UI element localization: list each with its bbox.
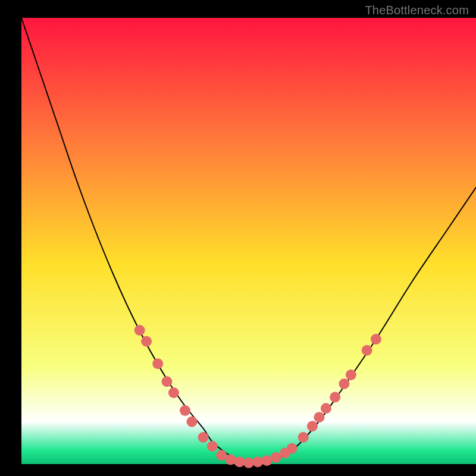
chart-svg [0, 0, 476, 476]
curve-marker [362, 345, 372, 356]
svg-rect-0 [21, 18, 476, 464]
curve-marker [180, 405, 190, 416]
curve-marker [187, 416, 198, 427]
curve-marker [234, 456, 245, 467]
watermark-text: TheBottleneck.com [365, 4, 469, 17]
chart-container: { "watermark": "TheBottleneck.com", "cha… [0, 0, 476, 476]
curve-marker [134, 325, 145, 336]
curve-marker [161, 376, 172, 387]
curve-marker [216, 450, 227, 461]
curve-marker [243, 458, 254, 468]
curve-marker [225, 455, 236, 465]
curve-marker [321, 403, 331, 414]
curve-marker [307, 421, 318, 431]
curve-marker [314, 412, 324, 422]
curve-marker [339, 378, 349, 389]
curve-marker [298, 432, 309, 443]
curve-marker [207, 441, 218, 452]
curve-marker [168, 387, 179, 398]
curve-marker [198, 432, 209, 443]
curve-marker [252, 456, 263, 467]
curve-marker [262, 455, 273, 466]
curve-marker [287, 443, 298, 454]
curve-marker [346, 369, 356, 380]
curve-marker [141, 336, 152, 347]
curve-marker [330, 392, 340, 403]
curve-marker [152, 358, 163, 369]
curve-marker [271, 452, 281, 463]
curve-marker [371, 334, 381, 345]
